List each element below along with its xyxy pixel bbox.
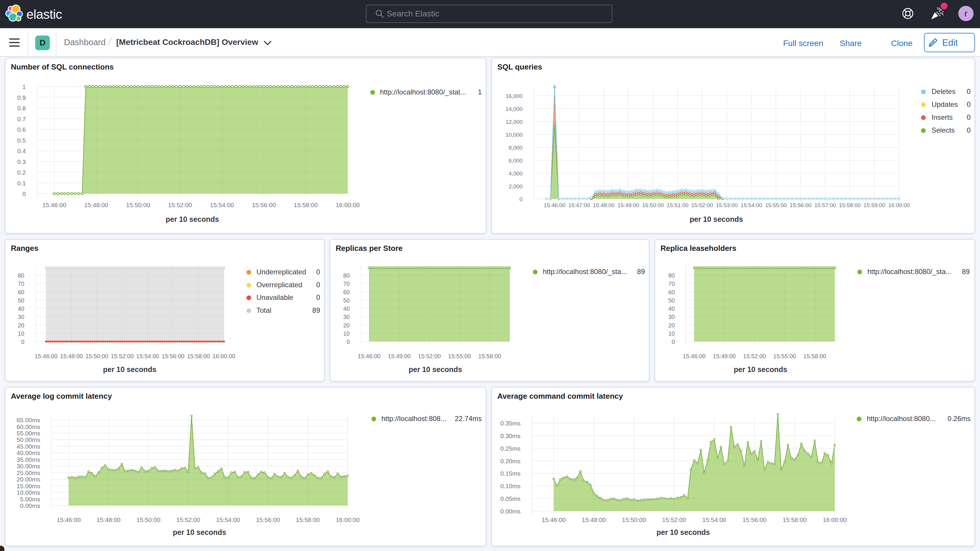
svg-text:0.10ms: 0.10ms bbox=[500, 483, 520, 489]
svg-text:15:56:00: 15:56:00 bbox=[162, 353, 185, 360]
svg-text:50: 50 bbox=[343, 297, 350, 304]
svg-text:2,000: 2,000 bbox=[509, 183, 523, 190]
svg-text:15:55:00: 15:55:00 bbox=[773, 353, 796, 360]
svg-text:10: 10 bbox=[343, 330, 350, 337]
svg-text:0.8: 0.8 bbox=[18, 105, 26, 111]
svg-text:15:52:00: 15:52:00 bbox=[691, 202, 713, 208]
svg-text:16:00:00: 16:00:00 bbox=[823, 516, 847, 523]
svg-text:1: 1 bbox=[22, 83, 26, 90]
svg-text:15:57:00: 15:57:00 bbox=[814, 202, 836, 208]
svg-text:80: 80 bbox=[18, 272, 24, 279]
svg-text:15.00ms: 15.00ms bbox=[16, 483, 40, 489]
svg-text:0.1: 0.1 bbox=[18, 180, 26, 186]
svg-text:40: 40 bbox=[668, 306, 675, 312]
svg-text:15:55:00: 15:55:00 bbox=[765, 202, 787, 208]
svg-text:15:56:00: 15:56:00 bbox=[252, 202, 276, 208]
svg-text:0.6: 0.6 bbox=[18, 126, 26, 133]
svg-text:16,000: 16,000 bbox=[506, 93, 523, 99]
svg-text:0: 0 bbox=[519, 196, 523, 202]
svg-text:15:51:00: 15:51:00 bbox=[667, 202, 688, 208]
svg-text:0.00ms: 0.00ms bbox=[500, 508, 520, 514]
svg-text:15:58:00: 15:58:00 bbox=[187, 353, 210, 360]
svg-text:15:58:00: 15:58:00 bbox=[783, 516, 807, 523]
svg-text:40.00ms: 40.00ms bbox=[16, 449, 40, 456]
svg-text:45.00ms: 45.00ms bbox=[16, 443, 40, 450]
svg-text:50: 50 bbox=[668, 297, 675, 304]
svg-text:15:50:00: 15:50:00 bbox=[85, 353, 108, 360]
svg-text:15:58:00: 15:58:00 bbox=[839, 202, 861, 208]
svg-text:20: 20 bbox=[343, 322, 350, 329]
svg-text:8,000: 8,000 bbox=[509, 145, 523, 151]
svg-text:15:46:00: 15:46:00 bbox=[683, 353, 706, 360]
svg-text:0.20ms: 0.20ms bbox=[500, 458, 520, 465]
svg-text:15:54:00: 15:54:00 bbox=[216, 516, 240, 523]
svg-text:0.2: 0.2 bbox=[18, 169, 26, 176]
svg-text:12,000: 12,000 bbox=[506, 119, 523, 125]
svg-text:15:47:00: 15:47:00 bbox=[568, 202, 590, 208]
svg-text:65.00ms: 65.00ms bbox=[16, 417, 40, 424]
svg-text:80: 80 bbox=[343, 272, 350, 279]
svg-text:15:54:00: 15:54:00 bbox=[702, 516, 727, 523]
svg-text:15:58:00: 15:58:00 bbox=[294, 202, 318, 208]
svg-text:15:52:00: 15:52:00 bbox=[743, 353, 766, 360]
svg-text:4,000: 4,000 bbox=[509, 170, 523, 177]
svg-text:10,000: 10,000 bbox=[506, 132, 523, 138]
svg-text:15:46:00: 15:46:00 bbox=[542, 516, 566, 523]
svg-text:6,000: 6,000 bbox=[509, 158, 523, 164]
svg-text:15:48:00: 15:48:00 bbox=[582, 516, 606, 523]
svg-text:15:52:00: 15:52:00 bbox=[418, 353, 441, 360]
svg-text:80: 80 bbox=[668, 272, 675, 279]
svg-text:15:52:00: 15:52:00 bbox=[111, 353, 134, 360]
svg-text:40: 40 bbox=[343, 306, 350, 312]
svg-text:30: 30 bbox=[343, 314, 350, 320]
svg-text:per 10 seconds: per 10 seconds bbox=[734, 365, 787, 374]
svg-text:15:46:00: 15:46:00 bbox=[544, 202, 565, 208]
svg-text:50: 50 bbox=[18, 297, 24, 304]
svg-text:0.30ms: 0.30ms bbox=[500, 433, 520, 439]
svg-text:15:46:00: 15:46:00 bbox=[358, 353, 380, 360]
svg-text:15:50:00: 15:50:00 bbox=[137, 516, 161, 523]
svg-text:per 10 seconds: per 10 seconds bbox=[409, 365, 462, 374]
svg-text:15:49:00: 15:49:00 bbox=[617, 202, 640, 208]
svg-text:70: 70 bbox=[343, 280, 350, 287]
svg-text:15:53:00: 15:53:00 bbox=[716, 202, 738, 208]
svg-text:15:50:00: 15:50:00 bbox=[622, 516, 646, 523]
svg-text:15:58:00: 15:58:00 bbox=[296, 516, 320, 523]
svg-text:60: 60 bbox=[343, 289, 350, 295]
svg-text:30: 30 bbox=[18, 314, 24, 320]
svg-text:0.7: 0.7 bbox=[18, 116, 26, 123]
svg-text:70: 70 bbox=[18, 280, 24, 287]
svg-text:70: 70 bbox=[668, 280, 675, 287]
svg-text:35.00ms: 35.00ms bbox=[16, 456, 40, 463]
svg-text:15:52:00: 15:52:00 bbox=[177, 516, 200, 523]
svg-text:0.05ms: 0.05ms bbox=[500, 495, 520, 502]
svg-text:15:52:00: 15:52:00 bbox=[662, 516, 686, 523]
svg-text:5.00ms: 5.00ms bbox=[20, 496, 40, 503]
svg-text:0.5: 0.5 bbox=[18, 137, 26, 144]
svg-text:15:50:00: 15:50:00 bbox=[126, 202, 150, 208]
svg-text:15:54:00: 15:54:00 bbox=[741, 202, 762, 208]
svg-text:15:52:00: 15:52:00 bbox=[168, 202, 192, 208]
svg-text:0.35ms: 0.35ms bbox=[500, 420, 520, 427]
svg-text:0.3: 0.3 bbox=[18, 158, 26, 165]
svg-text:0.4: 0.4 bbox=[18, 148, 26, 154]
svg-text:0.00ms: 0.00ms bbox=[20, 502, 40, 509]
svg-text:16:00:00: 16:00:00 bbox=[336, 202, 360, 208]
svg-text:0: 0 bbox=[671, 339, 675, 345]
svg-text:15:58:00: 15:58:00 bbox=[803, 353, 826, 360]
svg-text:16:00:00: 16:00:00 bbox=[888, 202, 910, 208]
svg-text:15:58:00: 15:58:00 bbox=[478, 353, 501, 360]
svg-text:10.00ms: 10.00ms bbox=[16, 489, 40, 496]
svg-text:40: 40 bbox=[18, 306, 24, 312]
svg-text:15:54:00: 15:54:00 bbox=[136, 353, 159, 360]
svg-text:30: 30 bbox=[668, 314, 675, 320]
svg-text:per 10 seconds: per 10 seconds bbox=[103, 365, 156, 374]
svg-text:60: 60 bbox=[18, 289, 24, 295]
svg-text:60.00ms: 60.00ms bbox=[16, 424, 40, 430]
svg-text:25.00ms: 25.00ms bbox=[16, 470, 40, 476]
svg-text:15:54:00: 15:54:00 bbox=[210, 202, 234, 208]
svg-text:15:59:00: 15:59:00 bbox=[864, 202, 885, 208]
svg-text:15:48:00: 15:48:00 bbox=[97, 516, 121, 523]
svg-text:0: 0 bbox=[347, 339, 350, 345]
svg-text:0.25ms: 0.25ms bbox=[500, 445, 520, 452]
